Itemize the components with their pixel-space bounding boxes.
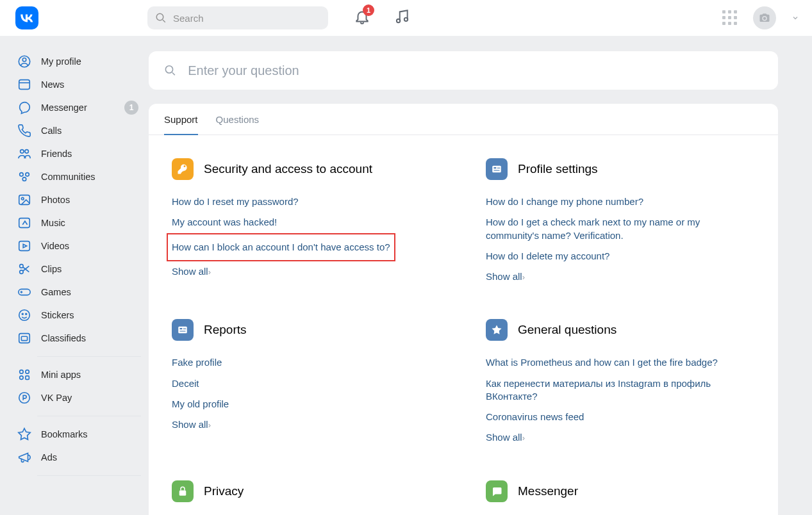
sidebar-label: Photos (41, 195, 70, 205)
sidebar-label: Videos (41, 241, 69, 251)
sidebar-label: Ads (41, 452, 57, 462)
section-reports: Reports Fake profile Deceit My old profi… (172, 319, 441, 448)
sections-grid: Security and access to account How do I … (149, 135, 778, 515)
svg-point-3 (763, 17, 766, 20)
tab-row: Support Questions (149, 104, 778, 135)
sidebar-item-messenger[interactable]: Messenger1 (13, 96, 141, 119)
sidebar-item-videos[interactable]: Videos (13, 234, 141, 258)
faq-link[interactable]: How do I get a check mark next to my nam… (486, 212, 755, 246)
svg-rect-38 (179, 490, 186, 495)
lock-icon (172, 480, 194, 502)
svg-point-24 (20, 370, 24, 374)
section-title: Reports (204, 323, 247, 337)
card-icon (172, 319, 194, 341)
chevron-right-icon: › (522, 433, 525, 443)
svg-point-17 (20, 270, 24, 274)
faq-link[interactable]: Coronavirus news feed (486, 407, 755, 427)
phone-icon (17, 123, 32, 138)
chevron-down-icon[interactable] (791, 14, 799, 22)
sidebar-item-calls[interactable]: Calls (13, 119, 141, 142)
faq-search-box[interactable] (149, 51, 778, 90)
top-header: Search 1 (0, 0, 812, 36)
sidebar-item-clips[interactable]: Clips (13, 258, 141, 281)
vk-logo[interactable] (15, 6, 38, 29)
svg-point-1 (397, 19, 400, 22)
sidebar-item-classifieds[interactable]: Classifieds (13, 327, 141, 350)
svg-point-26 (20, 376, 24, 380)
sidebar: My profile News Messenger1 Calls Friends… (13, 36, 141, 515)
section-title: Security and access to account (204, 162, 372, 176)
faq-link[interactable]: Fake profile (172, 352, 441, 373)
svg-point-5 (22, 58, 26, 62)
notifications-button[interactable]: 1 (354, 8, 370, 28)
faq-link[interactable]: Deceit (172, 373, 441, 394)
svg-rect-35 (180, 328, 183, 329)
sidebar-item-music[interactable]: Music (13, 211, 141, 234)
music-icon (17, 215, 32, 231)
svg-rect-32 (497, 168, 501, 168)
sidebar-label: Calls (41, 126, 62, 136)
chevron-right-icon: › (208, 267, 211, 277)
avatar[interactable] (753, 6, 776, 29)
messenger-badge: 1 (124, 101, 138, 115)
svg-point-25 (26, 370, 29, 374)
sidebar-label: Messenger (41, 102, 87, 113)
ads-icon (17, 450, 32, 465)
section-security: Security and access to account How do I … (172, 158, 441, 287)
clips-icon (17, 261, 32, 277)
sidebar-item-communities[interactable]: Communities (13, 165, 141, 188)
faq-link[interactable]: How do I reset my password? (172, 192, 441, 212)
tab-questions[interactable]: Questions (216, 114, 260, 135)
sidebar-label: Bookmarks (41, 429, 88, 439)
section-title: Profile settings (518, 162, 598, 176)
music-button[interactable] (394, 8, 410, 28)
chevron-right-icon: › (208, 420, 211, 430)
faq-link[interactable]: How do I change my phone number? (486, 192, 755, 212)
apps-grid-icon[interactable] (722, 10, 738, 26)
sidebar-item-ads[interactable]: Ads (13, 446, 141, 469)
show-all-link[interactable]: Show all› (486, 427, 755, 448)
messenger-icon (17, 100, 32, 115)
communities-icon (17, 169, 32, 184)
svg-point-29 (165, 66, 172, 73)
sidebar-item-photos[interactable]: Photos (13, 188, 141, 211)
faq-link[interactable]: How do I delete my account? (486, 246, 755, 266)
faq-link[interactable]: Как перенести материалы из Instagram в п… (486, 373, 755, 407)
show-all-link[interactable]: Show all› (486, 266, 755, 287)
sidebar-item-bookmarks[interactable]: Bookmarks (13, 423, 141, 446)
show-all-link[interactable]: Show all› (172, 414, 441, 435)
games-icon (17, 284, 32, 300)
section-privacy: Privacy (172, 480, 441, 514)
search-icon (164, 64, 176, 77)
videos-icon (17, 238, 32, 254)
svg-rect-34 (178, 327, 187, 334)
faq-link[interactable]: My account was hacked! (172, 212, 441, 233)
faq-search-input[interactable] (188, 63, 763, 78)
faq-link[interactable]: What is Prometheus and how can I get the… (486, 352, 755, 373)
sidebar-item-games[interactable]: Games (13, 281, 141, 304)
bookmarks-icon (17, 427, 32, 442)
search-top[interactable]: Search (147, 6, 328, 29)
sidebar-item-profile[interactable]: My profile (13, 50, 141, 73)
svg-point-28 (19, 393, 30, 404)
svg-rect-22 (19, 334, 30, 343)
sidebar-item-stickers[interactable]: Stickers (13, 304, 141, 327)
svg-rect-15 (19, 241, 30, 251)
svg-rect-33 (494, 170, 500, 171)
search-top-placeholder: Search (173, 13, 204, 24)
tab-support[interactable]: Support (164, 114, 198, 135)
sidebar-item-friends[interactable]: Friends (13, 142, 141, 165)
svg-point-21 (26, 313, 27, 315)
sidebar-label: My profile (41, 56, 81, 67)
photos-icon (17, 192, 32, 208)
sidebar-item-vkpay[interactable]: VK Pay (13, 386, 141, 409)
sidebar-label: Music (41, 218, 65, 228)
faq-link[interactable]: How can I block an account I don't have … (172, 237, 390, 258)
show-all-link[interactable]: Show all› (172, 261, 441, 282)
sidebar-item-miniapps[interactable]: Mini apps (13, 363, 141, 386)
faq-link[interactable]: My old profile (172, 394, 441, 414)
star-icon (486, 319, 508, 341)
sidebar-item-news[interactable]: News (13, 73, 141, 96)
vkpay-icon (17, 390, 32, 405)
profile-icon (17, 54, 32, 69)
